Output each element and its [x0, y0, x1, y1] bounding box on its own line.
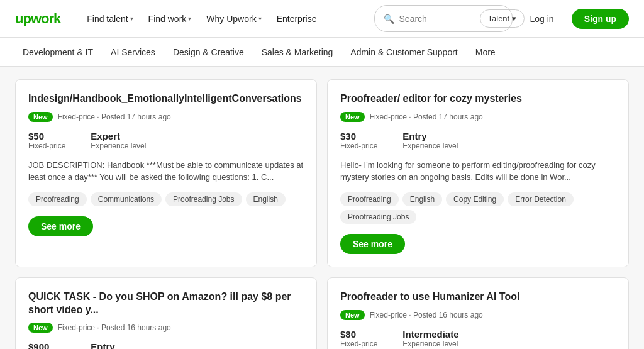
tags-container: ProofreadingCommunicationsProofreading J…	[28, 192, 304, 206]
price-value: $80	[340, 329, 377, 340]
price-label: Fixed-price	[28, 141, 65, 150]
new-badge: New	[340, 310, 365, 320]
level-label: Experience level	[91, 141, 146, 150]
job-meta-text: Fixed-price · Posted 16 hours ago	[58, 323, 171, 332]
tag[interactable]: English	[402, 192, 442, 206]
new-badge: New	[28, 323, 53, 333]
job-meta-text: Fixed-price · Posted 17 hours ago	[58, 113, 171, 121]
tag[interactable]: Proofreading Jobs	[340, 210, 416, 224]
price-stat: $50 Fixed-price	[28, 131, 65, 150]
tag[interactable]: English	[246, 192, 286, 206]
price-value: $30	[340, 131, 377, 141]
job-meta: New Fixed-price · Posted 17 hours ago	[340, 112, 616, 122]
nav-enterprise[interactable]: Enterprise	[270, 10, 323, 28]
level-label: Experience level	[402, 141, 458, 150]
tag[interactable]: Error Detection	[508, 192, 574, 206]
level-label: Experience level	[402, 340, 458, 348]
job-title: Indesign/Handbook_EmotionallyIntelligent…	[28, 92, 304, 106]
job-stats: $900 Fixed-price Entry Experience level	[28, 341, 304, 349]
subnav-ai-services[interactable]: AI Services	[103, 43, 163, 61]
nav-find-talent[interactable]: Find talent ▾	[80, 10, 139, 28]
tags-container: ProofreadingEnglishCopy EditingError Det…	[340, 192, 616, 224]
level-value: Intermediate	[402, 329, 458, 340]
level-value: Entry	[91, 341, 146, 349]
job-card: Proofreader to use Humanizer AI Tool New…	[327, 277, 629, 349]
new-badge: New	[28, 112, 53, 122]
search-icon: 🔍	[384, 14, 394, 24]
level-value: Expert	[91, 131, 146, 141]
job-title: Proofreader to use Humanizer AI Tool	[340, 291, 616, 304]
chevron-down-icon: ▾	[188, 15, 191, 22]
nav-why-upwork[interactable]: Why Upwork ▾	[200, 10, 267, 28]
level-stat: Entry Experience level	[91, 341, 146, 349]
sub-nav: Development & IT AI Services Design & Cr…	[0, 38, 644, 67]
see-more-button[interactable]: See more	[340, 234, 405, 254]
signup-button[interactable]: Sign up	[572, 9, 629, 29]
main-nav: Find talent ▾ Find work ▾ Why Upwork ▾ E…	[80, 10, 374, 28]
job-title: Proofreader/ editor for cozy mysteries	[340, 92, 616, 106]
job-card: Proofreader/ editor for cozy mysteries N…	[327, 79, 629, 267]
job-stats: $80 Fixed-price Intermediate Experience …	[340, 329, 616, 348]
see-more-button[interactable]: See more	[28, 216, 93, 236]
job-title: QUICK TASK - Do you SHOP on Amazon? ill …	[28, 291, 304, 317]
subnav-more[interactable]: More	[468, 43, 503, 61]
level-value: Entry	[402, 131, 458, 141]
job-meta: New Fixed-price · Posted 16 hours ago	[340, 310, 616, 320]
level-stat: Expert Experience level	[91, 131, 146, 150]
upwork-logo[interactable]: upwork	[15, 11, 60, 27]
price-stat: $80 Fixed-price	[340, 329, 377, 348]
job-description: JOB DESCRIPTION: Handbook ***Must be abl…	[28, 159, 304, 184]
main-content: Indesign/Handbook_EmotionallyIntelligent…	[0, 67, 644, 349]
nav-find-work[interactable]: Find work ▾	[142, 10, 198, 28]
price-label: Fixed-price	[340, 141, 377, 150]
header-actions: 🔍 Talent ▾ Log in Sign up	[374, 5, 629, 32]
job-card: QUICK TASK - Do you SHOP on Amazon? ill …	[15, 277, 317, 349]
level-stat: Intermediate Experience level	[402, 329, 458, 348]
chevron-down-icon: ▾	[258, 15, 262, 22]
tag[interactable]: Proofreading	[340, 192, 399, 206]
job-stats: $50 Fixed-price Expert Experience level	[28, 131, 304, 150]
job-meta-text: Fixed-price · Posted 16 hours ago	[370, 311, 483, 319]
tag[interactable]: Communications	[91, 192, 162, 206]
price-stat: $900 Fixed-price	[28, 341, 65, 349]
tag[interactable]: Proofreading Jobs	[165, 192, 242, 206]
subnav-design[interactable]: Design & Creative	[165, 43, 252, 61]
subnav-admin[interactable]: Admin & Customer Support	[343, 43, 465, 61]
subnav-development[interactable]: Development & IT	[15, 43, 101, 61]
job-stats: $30 Fixed-price Entry Experience level	[340, 131, 616, 150]
price-stat: $30 Fixed-price	[340, 131, 377, 150]
level-stat: Entry Experience level	[402, 131, 458, 150]
price-value: $900	[28, 341, 65, 349]
chevron-down-icon: ▾	[130, 15, 133, 22]
jobs-grid: Indesign/Handbook_EmotionallyIntelligent…	[15, 79, 629, 349]
login-button[interactable]: Log in	[520, 10, 564, 28]
talent-dropdown[interactable]: Talent ▾	[480, 9, 525, 28]
search-bar[interactable]: 🔍 Talent ▾	[374, 5, 513, 32]
header: upwork Find talent ▾ Find work ▾ Why Upw…	[0, 0, 644, 38]
price-value: $50	[28, 131, 65, 141]
job-card: Indesign/Handbook_EmotionallyIntelligent…	[15, 79, 317, 267]
job-meta: New Fixed-price · Posted 17 hours ago	[28, 112, 304, 122]
search-input[interactable]	[399, 14, 475, 24]
chevron-down-icon: ▾	[512, 14, 516, 23]
tag[interactable]: Copy Editing	[446, 192, 504, 206]
subnav-sales[interactable]: Sales & Marketing	[254, 43, 341, 61]
new-badge: New	[340, 112, 365, 122]
job-meta: New Fixed-price · Posted 16 hours ago	[28, 323, 304, 333]
job-meta-text: Fixed-price · Posted 17 hours ago	[370, 113, 483, 121]
tag[interactable]: Proofreading	[28, 192, 87, 206]
job-description: Hello- I'm looking for someone to perfor…	[340, 159, 616, 184]
price-label: Fixed-price	[340, 340, 377, 348]
